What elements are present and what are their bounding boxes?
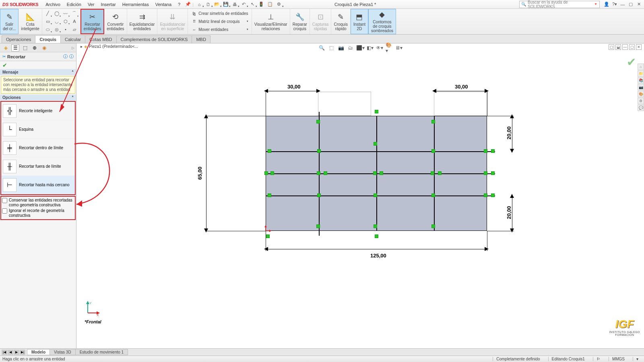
status-units[interactable]: MMGS <box>609 357 628 361</box>
qat-options-icon[interactable]: 📋 <box>266 1 274 8</box>
plane-tool[interactable]: ▱ <box>70 26 78 33</box>
sk-rel[interactable] <box>316 224 320 228</box>
line-tool[interactable]: ╱▾ <box>44 10 52 17</box>
opt-trim-outside[interactable]: ╫ Recortar fuera de límite <box>1 157 75 176</box>
minimize-button[interactable]: — <box>620 2 625 7</box>
smart-dimension-button[interactable]: 📐 Cota inteligente <box>19 9 42 34</box>
qat-rebuild-icon[interactable]: 🚦 <box>257 1 265 8</box>
rail-resources-icon[interactable]: 📁 <box>638 70 644 77</box>
qat-print-icon[interactable]: 🖶▾ <box>231 1 239 8</box>
menu-help[interactable]: ? <box>175 2 184 7</box>
dim-65[interactable]: 65,00 <box>197 167 203 180</box>
sk-rel[interactable] <box>491 149 495 153</box>
opt-corner[interactable]: └ Esquina <box>1 120 75 139</box>
search-input[interactable]: 🔍 Buscar en la ayuda de SOLIDWORKS 🔻 <box>519 1 600 8</box>
rail-custom-icon[interactable]: ⚙ <box>638 98 644 104</box>
qat-select-icon[interactable]: ↖▾ <box>248 1 256 8</box>
sk-rel[interactable] <box>375 110 378 113</box>
sk-rel[interactable] <box>266 234 270 238</box>
qat-open-icon[interactable]: 📂▾ <box>213 1 221 8</box>
spline-tool[interactable]: 〰▾ <box>62 10 70 17</box>
zoom-fit-icon[interactable]: 🔍 <box>318 44 325 51</box>
linear-pattern[interactable]: ⠿Matriz lineal de croquis▾ <box>191 18 248 25</box>
qat-home-icon[interactable]: ⌂▾ <box>195 1 203 8</box>
fillet-tool[interactable]: ⌒▾ <box>70 10 78 17</box>
close-button[interactable]: ✕ <box>636 2 642 7</box>
pm-help-icon[interactable]: ⓘ <box>63 53 68 60</box>
convert-entities-button[interactable]: ⟲ Convertir entidades <box>104 9 127 34</box>
chk-ignore-construction[interactable]: Ignorar el recorte de geometría construc… <box>2 208 74 218</box>
menu-archivo[interactable]: Archivo <box>42 2 64 7</box>
tab-complementos[interactable]: Complementos de SOLIDWORKS <box>116 35 192 43</box>
rail-appearance-icon[interactable]: 🎨 <box>638 91 644 97</box>
opt-power-trim[interactable]: ╬ Recorte inteligente <box>1 102 75 120</box>
sketch-confirm-icon[interactable]: ✔ <box>627 56 636 69</box>
sk-rel[interactable] <box>374 224 377 228</box>
dim-30-right[interactable]: 30,00 <box>455 84 468 90</box>
qat-undo-icon[interactable]: ↶▾ <box>239 1 248 8</box>
status-flag-icon[interactable]: 🏳 <box>593 357 604 361</box>
property-tab[interactable]: ☰ <box>11 44 19 51</box>
ellipse-tool[interactable]: ◎▾ <box>53 26 61 33</box>
vp-two-h[interactable]: ⬓ <box>615 44 621 50</box>
sk-rel[interactable] <box>484 193 487 197</box>
apply-scene-icon[interactable]: 🖥▾ <box>395 44 402 51</box>
vp-close[interactable]: ✕ <box>636 44 642 50</box>
sk-rel[interactable] <box>374 142 377 146</box>
tab-croquis[interactable]: Croquis <box>35 35 61 43</box>
edit-appearance-icon[interactable]: 🎨▾ <box>386 44 393 51</box>
zoom-area-icon[interactable]: ⬚ <box>328 44 335 51</box>
tab-last[interactable]: ▶| <box>20 350 25 355</box>
trim-entities-button[interactable]: ✂ Recortar entidades <box>80 9 104 34</box>
sk-rel[interactable] <box>268 149 271 153</box>
sk-rel[interactable] <box>431 224 435 228</box>
text-tool[interactable]: A <box>70 18 78 25</box>
instant2d-button[interactable]: ⬒ Instant 2D <box>351 9 368 34</box>
dim-125[interactable]: 125,00 <box>370 253 386 259</box>
sk-rel[interactable] <box>431 171 434 175</box>
config-tab[interactable]: ⬚ <box>21 44 29 51</box>
opt-trim-inside[interactable]: ╪ Recortar dentro de límite <box>1 139 75 157</box>
sk-rel[interactable] <box>268 193 271 197</box>
pm-options-header[interactable]: Opciones˄ <box>0 95 76 101</box>
sk-rel[interactable] <box>484 149 487 153</box>
sk-rel[interactable] <box>431 193 435 197</box>
slot-tool[interactable]: ⬭▾ <box>44 26 52 33</box>
sk-rel[interactable] <box>375 234 378 238</box>
rapid-sketch-button[interactable]: ✎ Croquis rápido <box>331 9 350 34</box>
sk-rel[interactable] <box>270 171 274 175</box>
tab-estudio-movimiento[interactable]: Estudio de movimiento 1 <box>75 349 128 355</box>
pm-message-header[interactable]: Mensaje˄ <box>0 69 76 75</box>
breadcrumb-expand-icon[interactable]: ▸ <box>80 44 83 49</box>
sk-rel[interactable] <box>317 193 321 197</box>
rect-tool[interactable]: ▭▾ <box>44 18 52 25</box>
qat-new-icon[interactable]: 🗋▾ <box>204 1 212 8</box>
sk-rel[interactable] <box>380 171 383 175</box>
vp-max[interactable]: ▢ <box>629 44 635 50</box>
move-entities[interactable]: ↔Mover entidades▾ <box>191 26 248 33</box>
sk-rel[interactable] <box>491 193 495 197</box>
prev-view-icon[interactable]: 📷 <box>337 44 345 51</box>
tab-next[interactable]: ▶ <box>14 350 19 355</box>
sk-rel[interactable] <box>438 171 442 175</box>
chk-keep-construction[interactable]: Conservar las entidades recortadas como … <box>2 197 74 208</box>
sk-rel[interactable] <box>317 171 320 175</box>
arc-tool[interactable]: ◡▾ <box>53 18 61 25</box>
sk-rel[interactable] <box>324 171 327 175</box>
point-tool[interactable]: • <box>62 26 70 33</box>
vp-single[interactable]: ▢ <box>609 44 614 50</box>
qat-save-icon[interactable]: 💾▾ <box>222 1 230 8</box>
menu-herramientas[interactable]: Herramientas <box>119 2 152 7</box>
tab-first[interactable]: |◀ <box>2 350 7 355</box>
opt-trim-nearest[interactable]: ⊢ Recortar hasta más cercano <box>1 176 75 194</box>
menu-edicion[interactable]: Edición <box>64 2 85 7</box>
dim-20-bottom[interactable]: 20,00 <box>506 206 512 219</box>
user-icon[interactable]: 👤 <box>604 2 609 7</box>
display-style-icon[interactable]: ◧▾ <box>366 44 374 51</box>
tab-operaciones[interactable]: Operaciones <box>2 35 35 43</box>
vp-min[interactable]: — <box>622 44 628 50</box>
sk-rel[interactable] <box>431 120 435 123</box>
maximize-button[interactable]: ▢ <box>628 2 634 7</box>
display-tab[interactable]: ◉ <box>40 44 48 51</box>
tab-cotas-mbd[interactable]: Cotas MBD <box>85 35 116 43</box>
